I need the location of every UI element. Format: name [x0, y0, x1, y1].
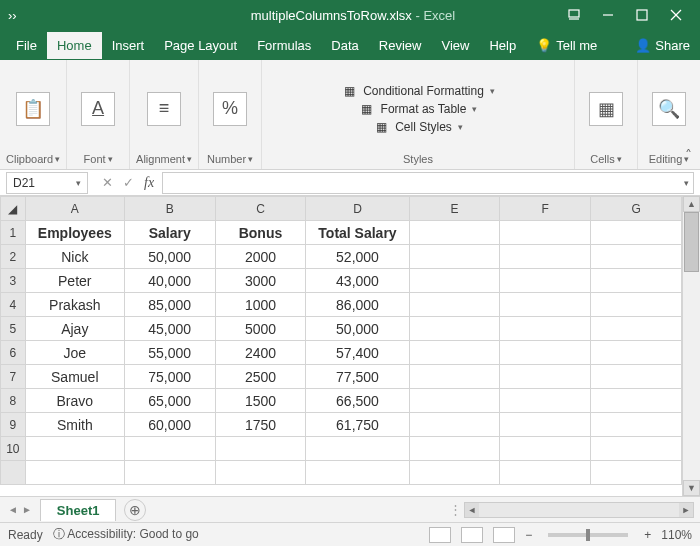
- tell-me[interactable]: 💡 Tell me: [526, 38, 607, 53]
- cell[interactable]: Salary: [124, 221, 215, 245]
- row-header-5[interactable]: 5: [1, 317, 26, 341]
- tab-file[interactable]: File: [6, 32, 47, 59]
- row-header-9[interactable]: 9: [1, 413, 26, 437]
- cell[interactable]: [591, 461, 682, 485]
- clipboard-button[interactable]: 📋: [8, 64, 58, 153]
- tab-home[interactable]: Home: [47, 32, 102, 59]
- cell[interactable]: [500, 437, 591, 461]
- scroll-left-icon[interactable]: ◄: [465, 503, 479, 517]
- cell[interactable]: Samuel: [25, 365, 124, 389]
- formula-accept-icon[interactable]: ✓: [123, 175, 134, 190]
- cell[interactable]: Joe: [25, 341, 124, 365]
- cell[interactable]: [500, 269, 591, 293]
- cell[interactable]: [124, 437, 215, 461]
- cell[interactable]: 1750: [215, 413, 306, 437]
- row-header-3[interactable]: 3: [1, 269, 26, 293]
- cell[interactable]: [591, 293, 682, 317]
- sheet-tab[interactable]: Sheet1: [40, 499, 117, 521]
- cell[interactable]: [591, 365, 682, 389]
- formula-expand-icon[interactable]: ▾: [684, 178, 689, 188]
- zoom-level[interactable]: 110%: [661, 528, 692, 542]
- conditional-formatting-button[interactable]: ▦ Conditional Formatting▾: [341, 83, 495, 99]
- cell[interactable]: Bonus: [215, 221, 306, 245]
- tab-page-layout[interactable]: Page Layout: [154, 32, 247, 59]
- tab-split-handle-icon[interactable]: ⋮: [449, 502, 462, 517]
- row-header-4[interactable]: 4: [1, 293, 26, 317]
- formula-cancel-icon[interactable]: ✕: [102, 175, 113, 190]
- cell[interactable]: [409, 413, 500, 437]
- cell[interactable]: 40,000: [124, 269, 215, 293]
- alignment-button[interactable]: ≡: [139, 64, 189, 153]
- zoom-out-button[interactable]: −: [525, 528, 532, 542]
- cell[interactable]: 2000: [215, 245, 306, 269]
- cell[interactable]: Peter: [25, 269, 124, 293]
- name-box-dropdown-icon[interactable]: ▾: [76, 178, 81, 188]
- cell[interactable]: 57,400: [306, 341, 409, 365]
- cell[interactable]: 52,000: [306, 245, 409, 269]
- cell[interactable]: Employees: [25, 221, 124, 245]
- scroll-down-icon[interactable]: ▼: [683, 480, 700, 496]
- row-header-7[interactable]: 7: [1, 365, 26, 389]
- cell[interactable]: [500, 317, 591, 341]
- cell[interactable]: 43,000: [306, 269, 409, 293]
- formula-input[interactable]: ▾: [162, 172, 694, 194]
- page-layout-view-button[interactable]: [461, 527, 483, 543]
- cell[interactable]: [500, 461, 591, 485]
- cell[interactable]: [591, 269, 682, 293]
- number-button[interactable]: %: [205, 64, 255, 153]
- cell[interactable]: 2400: [215, 341, 306, 365]
- row-header-1[interactable]: 1: [1, 221, 26, 245]
- cell[interactable]: [591, 437, 682, 461]
- cell[interactable]: [591, 341, 682, 365]
- cell[interactable]: 65,000: [124, 389, 215, 413]
- cell[interactable]: [500, 365, 591, 389]
- tab-view[interactable]: View: [431, 32, 479, 59]
- cell[interactable]: [500, 245, 591, 269]
- tab-data[interactable]: Data: [321, 32, 368, 59]
- col-header-D[interactable]: D: [306, 197, 409, 221]
- cell[interactable]: [591, 221, 682, 245]
- col-header-F[interactable]: F: [500, 197, 591, 221]
- cell[interactable]: 77,500: [306, 365, 409, 389]
- cell[interactable]: 86,000: [306, 293, 409, 317]
- normal-view-button[interactable]: [429, 527, 451, 543]
- cell[interactable]: [591, 389, 682, 413]
- col-header-C[interactable]: C: [215, 197, 306, 221]
- zoom-in-button[interactable]: +: [644, 528, 651, 542]
- cell[interactable]: Smith: [25, 413, 124, 437]
- maximize-icon[interactable]: [626, 4, 658, 26]
- scroll-up-icon[interactable]: ▲: [683, 196, 700, 212]
- horizontal-scrollbar[interactable]: ◄ ►: [464, 502, 694, 518]
- cell[interactable]: [215, 437, 306, 461]
- cell[interactable]: [500, 389, 591, 413]
- cell[interactable]: [25, 461, 124, 485]
- cell[interactable]: [215, 461, 306, 485]
- sheet-nav-prev-icon[interactable]: ◄: [8, 504, 18, 515]
- cell[interactable]: 1000: [215, 293, 306, 317]
- cell[interactable]: [409, 317, 500, 341]
- cell[interactable]: 66,500: [306, 389, 409, 413]
- cell[interactable]: 60,000: [124, 413, 215, 437]
- sheet-nav-next-icon[interactable]: ►: [22, 504, 32, 515]
- cell[interactable]: Prakash: [25, 293, 124, 317]
- cell[interactable]: 45,000: [124, 317, 215, 341]
- share-button[interactable]: 👤 Share: [625, 38, 700, 53]
- cell[interactable]: 55,000: [124, 341, 215, 365]
- cell[interactable]: [409, 365, 500, 389]
- cell[interactable]: [409, 437, 500, 461]
- tab-insert[interactable]: Insert: [102, 32, 155, 59]
- cell[interactable]: [500, 413, 591, 437]
- quick-access-more-icon[interactable]: ››: [8, 8, 17, 23]
- row-header-6[interactable]: 6: [1, 341, 26, 365]
- row-header[interactable]: [1, 461, 26, 485]
- cells-button[interactable]: ▦: [581, 64, 631, 153]
- cell[interactable]: 61,750: [306, 413, 409, 437]
- accessibility-status[interactable]: ⓘ Accessibility: Good to go: [53, 526, 199, 543]
- cell[interactable]: [25, 437, 124, 461]
- ribbon-options-icon[interactable]: [558, 4, 590, 26]
- cell[interactable]: 1500: [215, 389, 306, 413]
- format-as-table-button[interactable]: ▦ Format as Table▾: [359, 101, 478, 117]
- cell[interactable]: [306, 461, 409, 485]
- zoom-slider[interactable]: [548, 533, 628, 537]
- select-all-cell[interactable]: ◢: [1, 197, 26, 221]
